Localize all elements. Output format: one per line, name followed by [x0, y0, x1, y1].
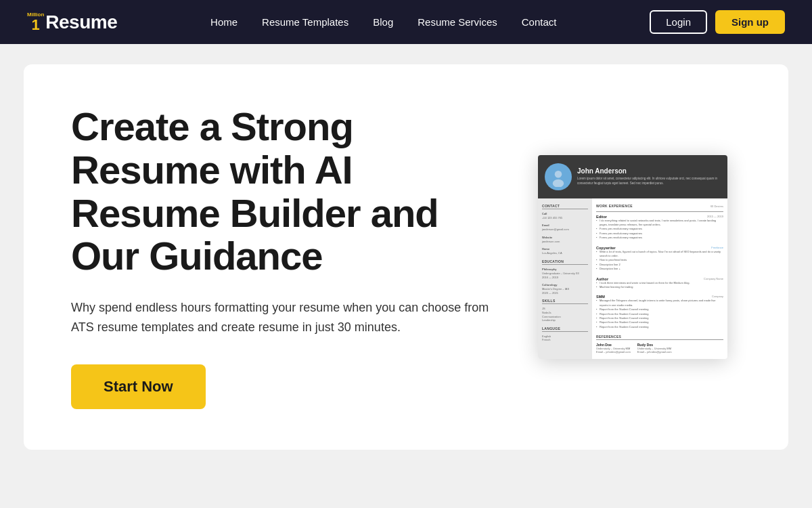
logo[interactable]: Million 1 Resume: [27, 12, 117, 33]
education-2: Culturology Master's Degree – IAS 2020 —…: [542, 283, 588, 295]
navbar: Million 1 Resume Home Resume Templates B…: [0, 0, 812, 44]
nav-blog[interactable]: Blog: [373, 16, 393, 28]
resume-description: Lorem ipsum dolor sit amet, consectetur …: [577, 177, 721, 186]
work-entry-smm: SMM Company Managed the Telegram channel…: [596, 295, 723, 329]
signup-button[interactable]: Sign up: [715, 10, 785, 34]
resume-preview-header: John Anderson Lorem ipsum dolor sit amet…: [538, 155, 727, 198]
education-section-title: EDUCATION: [542, 259, 588, 265]
hero-card: Create a Strong Resume with AI Resume Bu…: [24, 64, 788, 450]
auth-actions: Login Sign up: [650, 10, 785, 34]
login-button[interactable]: Login: [650, 10, 707, 34]
svg-point-1: [555, 171, 562, 178]
work-entry-editor: Editor 2015 — 2019 I do everything relat…: [596, 215, 723, 240]
ref-1: John Doe Understudy – University MM Emai…: [596, 343, 631, 354]
work-section-title: WORK EXPERIENCE: [596, 204, 633, 209]
contact-website: Website janderson.com: [542, 236, 588, 244]
contact-email: Email janderson@gmail.com: [542, 224, 588, 232]
resume-main-col: WORK EXPERIENCE 60 Desires Editor 2015 —…: [592, 198, 727, 359]
avatar-icon: [548, 167, 568, 187]
resume-name: John Anderson: [577, 167, 721, 175]
language-section-title: LANGUGE: [542, 326, 588, 332]
hero-left: Create a Strong Resume with AI Resume Bu…: [71, 105, 491, 409]
resume-body: CONTACT Call +54 123 455 765 Email jande…: [538, 198, 727, 359]
skills-list: JS NodeJs Communication Leadership: [542, 307, 588, 322]
contact-call: Call +54 123 455 765: [542, 212, 588, 220]
hero-subtitle: Why spend endless hours formatting your …: [71, 298, 491, 337]
skills-section-title: SKILLS: [542, 299, 588, 304]
nav-home[interactable]: Home: [210, 16, 238, 28]
work-entry-copywriter: Copywriter Freelance Write a lot of text…: [596, 246, 723, 272]
languages-list: English French: [542, 335, 588, 342]
main-wrapper: Create a Strong Resume with AI Resume Bu…: [0, 44, 812, 470]
resume-avatar: [545, 163, 572, 190]
nav-resume-templates[interactable]: Resume Templates: [262, 16, 348, 28]
resume-sidebar: CONTACT Call +54 123 455 765 Email jande…: [538, 198, 592, 359]
main-nav: Home Resume Templates Blog Resume Servic…: [210, 16, 556, 28]
contact-home: Home Los Angeles, CA: [542, 247, 588, 255]
resume-preview: John Anderson Lorem ipsum dolor sit amet…: [538, 155, 727, 359]
hero-right: John Anderson Lorem ipsum dolor sit amet…: [538, 155, 741, 359]
ref-2: Rudy Dos Understudy – University MM Emai…: [637, 343, 672, 354]
start-now-button[interactable]: Start Now: [71, 364, 206, 409]
contact-section-title: CONTACT: [542, 204, 588, 209]
nav-contact[interactable]: Contact: [522, 16, 557, 28]
nav-resume-services[interactable]: Resume Services: [418, 16, 497, 28]
references-section: REFERENCES John Doe Understudy – Univers…: [596, 335, 723, 354]
logo-million-label: Million 1: [27, 12, 44, 33]
education-1: Philosophy Undergraduate – University XI…: [542, 268, 588, 279]
resume-name-block: John Anderson Lorem ipsum dolor sit amet…: [577, 167, 721, 186]
hero-title: Create a Strong Resume with AI Resume Bu…: [71, 105, 491, 278]
work-rating: 60 Desires: [710, 205, 723, 208]
references-title: REFERENCES: [596, 335, 723, 340]
work-entry-author: Author Company Name I took three intervi…: [596, 277, 723, 290]
